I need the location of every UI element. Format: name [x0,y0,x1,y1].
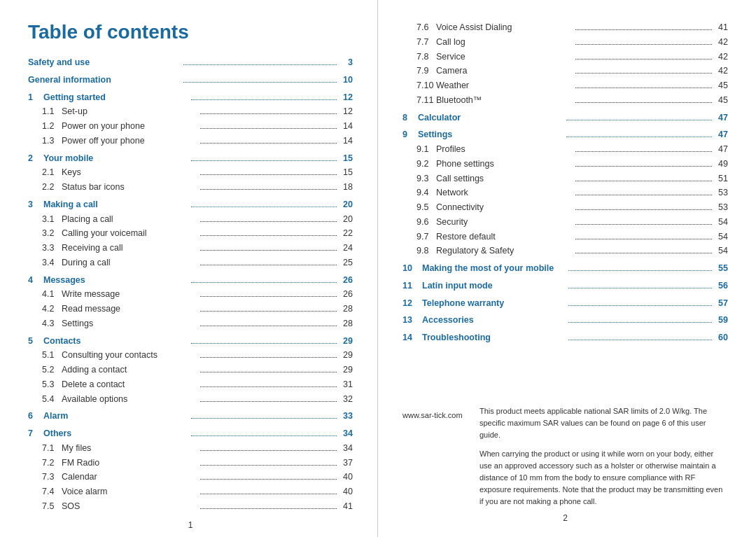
sub-number: 3.2 [42,227,62,240]
sub-number: 9.5 [416,201,436,214]
section-safety: Safety and use 3 [28,56,353,69]
toc-sub-3-4: 3.4 During a call 25 [28,256,353,270]
section-page: 34 [339,427,353,440]
section-number: 11 [402,279,422,293]
toc-sub-9-6: 9.6 Security 54 [402,216,728,229]
sub-label: Security [436,216,573,229]
toc-dots [200,401,337,402]
toc-sub-5-2: 5.2 Adding a contact 29 [28,363,353,377]
sub-label: Read message [62,302,198,316]
toc-dots [200,265,337,265]
toc-dots [183,82,337,83]
toc-dots [200,479,337,480]
sub-label: During a call [62,256,198,270]
sub-label: Regulatory & Safety [436,244,573,258]
section-label: Contacts [43,335,189,348]
sub-label: Voice Assist Dialing [436,21,573,34]
toc-dots [200,189,337,190]
toc-section-8: 8 Calculator 47 [402,111,728,125]
section-number: 2 [28,152,43,165]
sub-page: 26 [339,288,353,301]
right-page: 7.6 Voice Assist Dialing 41 7.7 Call log… [378,0,756,537]
section-13: 13 Accessories 59 [402,314,728,327]
section-label: Alarm [43,410,189,423]
toc-dots [575,166,713,167]
toc-sub-9-1: 9.1 Profiles 47 [402,143,728,156]
sub-page: 42 [714,36,728,49]
toc-sub-7-4: 7.4 Voice alarm 40 [28,485,353,498]
sub-number: 9.7 [416,230,436,244]
toc-section-2: 2 Your mobile 15 [28,152,353,165]
toc-sub-1-2: 1.2 Power on your phone 14 [28,120,353,133]
section-number: 13 [402,314,422,327]
sub-label: Delete a contact [62,378,198,391]
right-content: 7.6 Voice Assist Dialing 41 7.7 Call log… [402,21,728,523]
toc-dots [200,235,337,236]
sar-footer: www.sar-tick.com This product meets appl… [402,398,728,508]
toc-dots [575,73,713,74]
toc-sub-7-6: 7.6 Voice Assist Dialing 41 [402,21,728,34]
toc-dots [575,209,713,210]
toc-dots [200,128,337,129]
section-page: 10 [339,74,353,87]
left-page-number: 1 [28,520,353,530]
toc-sub-7-3: 7.3 Calendar 40 [28,470,353,484]
section-label: Messages [43,274,189,287]
sub-label: Receiving a call [62,242,198,255]
toc-dots [575,102,713,103]
section-label: Calculator [418,111,564,125]
section-label: Troubleshooting [422,331,566,344]
toc-dots [200,386,337,387]
toc-sub-5-1: 5.1 Consulting your contacts 29 [28,349,353,362]
section-number: 3 [28,198,43,211]
toc-section-4: 4 Messages 26 [28,274,353,287]
toc-sub-7-2: 7.2 FM Radio 37 [28,456,353,470]
sub-number: 7.8 [416,50,436,64]
toc-dots [566,137,713,137]
section-7-cont: 7.6 Voice Assist Dialing 41 7.7 Call log… [402,21,728,107]
sub-label: Power off your phone [62,134,198,148]
section-page: 56 [714,279,728,293]
sub-number: 7.2 [42,456,62,470]
section-label: Your mobile [43,152,189,165]
section-2: 2 Your mobile 15 2.1 Keys 15 2.2 Status … [28,152,353,194]
sub-number: 2.1 [42,166,62,179]
toc-dots [200,113,337,114]
sub-page: 31 [339,378,353,391]
sub-number: 1.2 [42,120,62,133]
toc-dots [200,296,337,297]
sar-text-2: When carrying the product or using it wh… [479,448,728,508]
sub-page: 28 [339,317,353,330]
sub-number: 4.1 [42,288,62,301]
toc-sub-5-4: 5.4 Available options 32 [28,393,353,406]
sub-page: 18 [339,181,353,194]
toc-dots [200,357,337,358]
sub-number: 9.2 [416,158,436,171]
section-10: 10 Making the most of your mobile 55 [402,262,728,275]
toc-section-safety: Safety and use 3 [28,56,353,69]
sub-label: FM Radio [62,456,198,470]
toc-sub-7-8: 7.8 Service 42 [402,50,728,64]
left-page: Table of contents Safety and use 3 Gener… [0,0,378,537]
sub-page: 29 [339,349,353,362]
sub-number: 7.11 [416,94,436,107]
sub-page: 12 [339,105,353,118]
toc-dots [200,221,337,222]
section-label: Settings [418,128,564,141]
sub-label: Keys [62,166,198,179]
toc-sub-7-9: 7.9 Camera 42 [402,64,728,78]
toc-dots [191,418,337,419]
sub-page: 54 [714,230,728,244]
sub-number: 7.7 [416,36,436,49]
section-page: 55 [714,262,728,275]
sub-page: 53 [714,201,728,214]
section-4: 4 Messages 26 4.1 Write message 26 4.2 R… [28,274,353,330]
toc-sub-9-5: 9.5 Connectivity 53 [402,201,728,214]
sub-number: 4.3 [42,317,62,330]
sub-page: 14 [339,134,353,148]
sub-page: 54 [714,216,728,229]
toc-dots [191,343,337,344]
sub-page: 40 [339,470,353,484]
sub-number: 7.9 [416,64,436,78]
toc-section-7: 7 Others 34 [28,427,353,440]
